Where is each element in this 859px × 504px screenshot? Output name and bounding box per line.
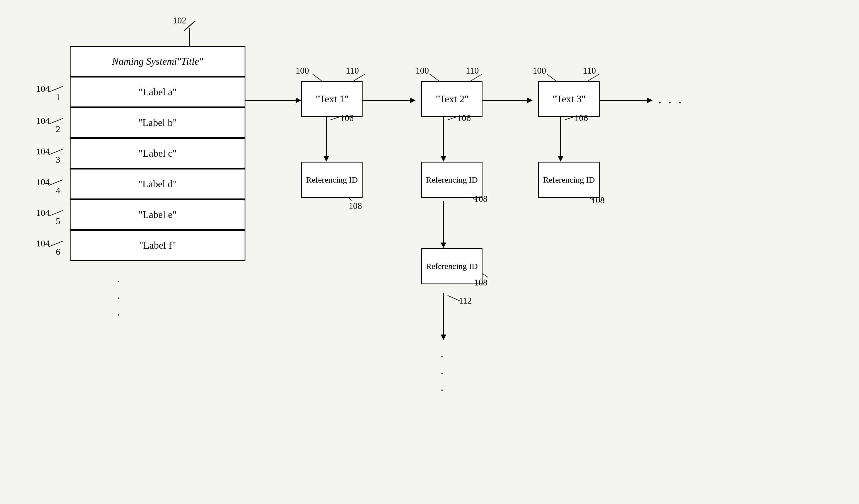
svg-marker-32 <box>441 335 446 340</box>
ref-102: 102 <box>173 15 186 26</box>
ref-100-t3: 100 <box>533 65 546 76</box>
svg-line-38 <box>49 211 63 216</box>
ref-108-r1: 108 <box>349 201 362 211</box>
row-num-5: 5 <box>56 216 60 226</box>
svg-marker-7 <box>527 97 533 103</box>
label-row-2: "Label b" <box>70 107 245 138</box>
dots-naming-system: · · · <box>117 273 122 323</box>
svg-marker-17 <box>323 156 329 162</box>
ref-104-1: 104 <box>36 83 50 94</box>
dots-text2-col: · · · <box>441 349 446 399</box>
svg-marker-27 <box>441 243 446 248</box>
ref-104-5: 104 <box>36 208 50 218</box>
label-row-3: "Label c" <box>70 138 245 169</box>
row-num-2: 2 <box>56 124 60 134</box>
svg-line-37 <box>49 180 63 185</box>
ref-110-t3: 110 <box>583 65 596 76</box>
label-row-4: "Label d" <box>70 169 245 199</box>
ref-id-box-2b: Referencing ID <box>421 248 482 284</box>
svg-line-35 <box>49 119 63 124</box>
ref-106-t2: 106 <box>457 113 471 123</box>
ref-id-box-2a: Referencing ID <box>421 162 482 198</box>
row-num-3: 3 <box>56 155 60 165</box>
row-num-4: 4 <box>56 185 60 196</box>
text-node-3: "Text 3" <box>538 81 600 117</box>
ref-104-4: 104 <box>36 177 50 187</box>
text-node-1: "Text 1" <box>301 81 363 117</box>
ref-108-r2a: 108 <box>474 194 487 204</box>
row-num-6: 6 <box>56 247 60 257</box>
naming-system-title: Naming System i "Title" <box>70 46 245 77</box>
svg-marker-9 <box>647 97 653 103</box>
ref-id-box-3: Referencing ID <box>538 162 600 198</box>
ref-100-t2: 100 <box>416 65 429 76</box>
ref-104-2: 104 <box>36 116 50 126</box>
ref-106-t1: 106 <box>340 113 353 123</box>
ref-106-t3: 106 <box>574 113 588 123</box>
svg-marker-20 <box>441 156 446 162</box>
row-num-1: 1 <box>56 92 60 102</box>
svg-line-34 <box>49 87 63 92</box>
ref-104-3: 104 <box>36 146 50 157</box>
ref-112: 112 <box>459 295 472 306</box>
svg-marker-5 <box>410 97 416 103</box>
ref-108-r3: 108 <box>591 195 605 205</box>
svg-line-33 <box>448 295 460 301</box>
svg-marker-23 <box>558 156 563 162</box>
ref-100-t1: 100 <box>296 65 309 76</box>
continuation-dots: · · · <box>658 95 683 110</box>
label-row-5: "Label e" <box>70 199 245 230</box>
svg-line-36 <box>49 149 63 155</box>
label-row-1: "Label a" <box>70 77 245 107</box>
svg-marker-3 <box>296 97 301 103</box>
ref-108-r2b: 108 <box>474 277 487 288</box>
text-node-2: "Text 2" <box>421 81 482 117</box>
svg-line-39 <box>49 241 63 247</box>
diagram-container: 102 Naming System i "Title" "Label a" "L… <box>0 0 859 504</box>
ref-110-t1: 110 <box>346 65 359 76</box>
ref-110-t2: 110 <box>466 65 479 76</box>
ref-104-6: 104 <box>36 238 50 249</box>
label-row-6: "Label f" <box>70 230 245 261</box>
ref-id-box-1: Referencing ID <box>301 162 363 198</box>
